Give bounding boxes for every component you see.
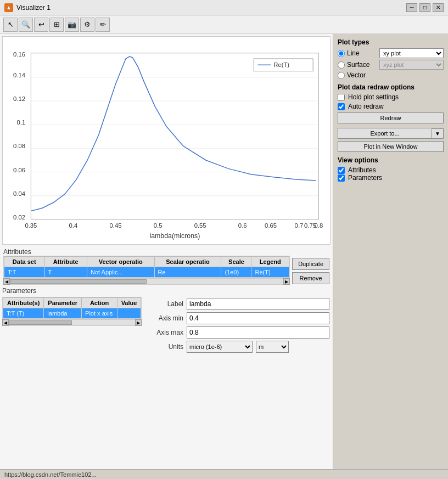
title-bar: ▲ Visualizer 1 ─ □ ✕ <box>0 0 448 15</box>
col-dataset: Data set <box>4 257 45 267</box>
surface-radio[interactable] <box>338 61 345 69</box>
axis-min-label: Axis min <box>145 314 183 322</box>
axis-max-label: Axis max <box>145 329 183 336</box>
svg-text:0.65: 0.65 <box>265 222 277 229</box>
params-scroll-right[interactable]: ▶ <box>135 319 142 326</box>
parameters-view-checkbox[interactable] <box>338 174 345 182</box>
hold-plot-item: Hold plot settings <box>338 93 444 101</box>
attributes-view-label: Attributes <box>348 166 376 174</box>
cell-scale: (1e0) <box>221 267 251 278</box>
params-scroll-left[interactable]: ◀ <box>2 319 9 326</box>
param-cell-param: lambda <box>44 308 82 319</box>
toolbar-camera-btn[interactable]: 📷 <box>65 18 79 32</box>
attributes-table-wrap: Data set Attribute Vector operatio Scala… <box>3 256 290 285</box>
right-panel: Plot types Line xy plot Surface xyz plot <box>333 34 448 479</box>
hold-plot-label: Hold plot settings <box>348 93 399 101</box>
axis-min-row: Axis min <box>145 312 329 324</box>
params-bottom: Attribute(s) Parameter Action Value T:T … <box>0 295 333 479</box>
app-icon: ▲ <box>4 3 13 12</box>
label-row: Label <box>145 298 329 310</box>
toolbar-reset-btn[interactable]: ↩ <box>34 18 48 32</box>
toolbar-arrow-btn[interactable]: ↖ <box>3 18 18 32</box>
parameters-view-label: Parameters <box>348 174 382 182</box>
hold-plot-checkbox[interactable] <box>338 94 345 101</box>
col-scale: Scale <box>221 257 251 267</box>
vector-type-label: Vector <box>347 71 377 79</box>
export-button[interactable]: Export to... <box>338 128 432 139</box>
svg-text:Re(T): Re(T) <box>273 61 289 68</box>
main-content: 0.02 0.04 0.06 0.08 0.1 0.12 0.14 0.16 0… <box>0 34 448 479</box>
axis-min-input[interactable] <box>187 312 329 324</box>
xyz-plot-select[interactable]: xyz plot <box>379 60 444 70</box>
table-row[interactable]: T:T T Not Applic... Re (1e0) Re(T) <box>4 267 289 278</box>
param-col-param: Parameter <box>44 298 82 308</box>
svg-text:0.6: 0.6 <box>238 222 247 229</box>
units-right-select[interactable]: m <box>256 341 289 353</box>
toolbar-edit-btn[interactable]: ✏ <box>96 18 110 32</box>
export-arrow-button[interactable]: ▼ <box>432 128 444 139</box>
attributes-side-buttons: Duplicate Remove <box>292 256 329 284</box>
cell-vector-op: Not Applic... <box>87 267 155 278</box>
params-scroll-track <box>9 320 135 325</box>
scroll-track <box>10 279 283 284</box>
params-left: Attribute(s) Parameter Action Value T:T … <box>2 297 142 477</box>
svg-text:0.14: 0.14 <box>13 72 25 78</box>
surface-type-label: Surface <box>347 61 377 69</box>
redraw-button[interactable]: Redraw <box>338 112 444 123</box>
auto-redraw-item: Auto redraw <box>338 103 444 110</box>
status-bar: https://blog.csdn.net/Temmie102... <box>0 469 448 479</box>
svg-text:0.16: 0.16 <box>13 51 25 58</box>
toolbar: ↖ 🔍 ↩ ⊞ 📷 ⚙ ✏ <box>0 15 448 34</box>
attributes-scrollbar[interactable]: ◀ ▶ <box>3 278 290 285</box>
toolbar-zoom-btn[interactable]: 🔍 <box>19 18 33 32</box>
param-cell-attr: T:T (T) <box>3 308 44 319</box>
svg-text:0.5: 0.5 <box>154 222 163 229</box>
cell-attribute: T <box>44 267 87 278</box>
remove-button[interactable]: Remove <box>292 272 329 284</box>
minimize-button[interactable]: ─ <box>406 3 417 12</box>
close-button[interactable]: ✕ <box>433 3 444 12</box>
label-input[interactable] <box>187 298 329 310</box>
scroll-thumb <box>10 279 147 284</box>
params-scrollbar[interactable]: ◀ ▶ <box>2 319 142 326</box>
redraw-options-title: Plot data redraw options <box>338 83 444 91</box>
param-cell-action: Plot x axis <box>82 308 117 319</box>
svg-text:0.55: 0.55 <box>194 222 206 229</box>
col-scalar-op: Scalar operatio <box>154 257 221 267</box>
svg-text:0.7: 0.7 <box>295 222 304 229</box>
line-radio[interactable] <box>338 50 345 57</box>
vector-radio[interactable] <box>338 72 345 79</box>
xy-plot-select[interactable]: xy plot <box>379 48 444 58</box>
svg-text:0.35: 0.35 <box>25 222 37 229</box>
svg-text:0.1: 0.1 <box>16 119 25 126</box>
view-options-title: View options <box>338 156 444 164</box>
attributes-table: Data set Attribute Vector operatio Scala… <box>4 256 289 278</box>
svg-text:0.08: 0.08 <box>13 143 25 149</box>
left-panel: 0.02 0.04 0.06 0.08 0.1 0.12 0.14 0.16 0… <box>0 34 333 479</box>
scroll-right-arrow[interactable]: ▶ <box>283 278 290 285</box>
label-label: Label <box>145 300 183 308</box>
parameters-section: Parameters Attribute(s) Parameter Action… <box>0 286 333 479</box>
redraw-checkbox-group: Hold plot settings Auto redraw <box>338 93 444 110</box>
plot-area: 0.02 0.04 0.06 0.08 0.1 0.12 0.14 0.16 0… <box>2 36 331 245</box>
toolbar-grid-btn[interactable]: ⊞ <box>49 18 64 32</box>
attributes-view-checkbox[interactable] <box>338 167 345 174</box>
scroll-left-arrow[interactable]: ◀ <box>3 278 10 285</box>
vector-type-row: Vector <box>338 71 444 79</box>
units-select[interactable]: micro (1e-6) nano (1e-9) milli (1e-3) no… <box>187 341 253 353</box>
svg-text:0.4: 0.4 <box>69 222 78 229</box>
plot-new-window-button[interactable]: Plot in New Window <box>338 141 444 152</box>
surface-type-row: Surface xyz plot <box>338 60 444 70</box>
auto-redraw-checkbox[interactable] <box>338 103 345 110</box>
maximize-button[interactable]: □ <box>419 3 430 12</box>
toolbar-settings-btn[interactable]: ⚙ <box>80 18 94 32</box>
param-table-row[interactable]: T:T (T) lambda Plot x axis <box>3 308 141 319</box>
svg-text:0.02: 0.02 <box>13 214 25 221</box>
parameters-table: Attribute(s) Parameter Action Value T:T … <box>3 297 141 319</box>
status-text: https://blog.csdn.net/Temmie102... <box>4 471 97 478</box>
axis-max-row: Axis max <box>145 326 329 339</box>
line-type-label: Line <box>347 49 377 57</box>
auto-redraw-label: Auto redraw <box>348 103 384 110</box>
duplicate-button[interactable]: Duplicate <box>292 258 329 270</box>
axis-max-input[interactable] <box>187 326 329 339</box>
